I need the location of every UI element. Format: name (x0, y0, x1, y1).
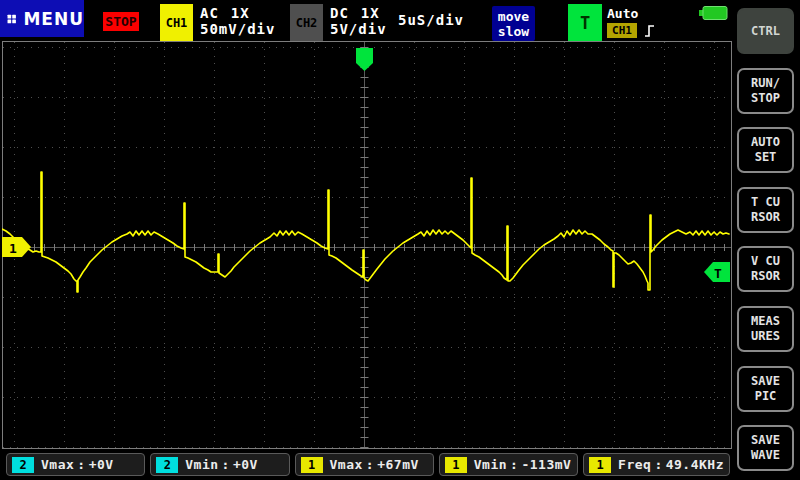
trigger-position-marker[interactable] (356, 48, 373, 71)
measurement-separator: : (366, 457, 374, 472)
measurement-text: Vmin:-113mV (474, 457, 572, 472)
measurement-bar: 2Vmax:+0V2Vmin:+0V1Vmax:+67mV1Vmin:-113m… (6, 453, 730, 476)
channel-badge: 2 (156, 457, 178, 473)
ch1-coupling: AC (200, 5, 219, 21)
trigger-mode-label: Auto (607, 6, 638, 21)
measurement-separator: : (77, 457, 85, 472)
measurement-value: +0V (89, 457, 114, 472)
measurement-label: Vmax (41, 457, 74, 472)
measurement-value: 49.4KHz (666, 457, 724, 472)
ch2-settings[interactable]: DC1X 5V/div (330, 5, 387, 37)
sidebar-button-run-stop[interactable]: RUN/ STOP (737, 68, 794, 114)
ch1-level-marker-label: 1 (9, 241, 17, 256)
ch2-badge[interactable]: CH2 (290, 4, 323, 41)
ch2-scale: 5V/div (330, 21, 387, 37)
top-status-bar: MENU STOP CH1 AC1X 50mV/div CH2 DC1X 5V/… (0, 0, 800, 41)
ch2-attenuation: 1X (361, 5, 380, 21)
measurement-text: Vmax:+0V (41, 457, 114, 472)
measurement-separator: : (654, 457, 662, 472)
trigger-level-marker-label: T (714, 266, 722, 281)
sidebar-button-ctrl[interactable]: CTRL (737, 8, 794, 54)
sidebar-button-save-pic[interactable]: SAVE PIC (737, 366, 794, 412)
sidebar-button-v-cursor[interactable]: V CU RSOR (737, 246, 794, 292)
timebase-label[interactable]: 5uS/div (398, 12, 464, 28)
measurement-separator: : (222, 457, 230, 472)
menu-label: MENU (23, 9, 84, 29)
measurement-label: Vmax (330, 457, 363, 472)
measurement-label: Vmin (474, 457, 507, 472)
measurement-separator: : (510, 457, 518, 472)
trigger-badge[interactable]: T (568, 4, 602, 41)
battery-icon (699, 6, 728, 20)
rising-edge-icon[interactable] (644, 23, 655, 39)
measurement-ch1-freq: 1Freq:49.4KHz (583, 453, 730, 476)
channel-badge: 1 (445, 457, 467, 473)
sidebar-button-auto-set[interactable]: AUTO SET (737, 127, 794, 173)
menu-grid-icon (7, 10, 16, 28)
menu-button[interactable]: MENU (0, 0, 84, 37)
move-speed-button[interactable]: move slow (492, 6, 535, 41)
measurement-label: Freq (618, 457, 651, 472)
waveform-display[interactable]: 1T (2, 41, 732, 449)
ch1-attenuation: 1X (231, 5, 250, 21)
measurement-value: -113mV (521, 457, 571, 472)
ch1-scale: 50mV/div (200, 21, 275, 37)
measurement-text: Vmax:+67mV (330, 457, 419, 472)
sidebar-button-save-wave[interactable]: SAVE WAVE (737, 425, 794, 471)
channel-badge: 2 (12, 457, 34, 473)
measurement-ch1-vmax: 1Vmax:+67mV (295, 453, 434, 476)
measurement-ch1-vmin: 1Vmin:-113mV (439, 453, 578, 476)
measurement-text: Freq:49.4KHz (618, 457, 724, 472)
trigger-source-badge[interactable]: CH1 (607, 23, 637, 38)
channel-badge: 1 (301, 457, 323, 473)
measurement-text: Vmin:+0V (185, 457, 258, 472)
measurement-ch2-vmax: 2Vmax:+0V (6, 453, 145, 476)
move-speed-line2: slow (498, 24, 529, 39)
measurement-value: +0V (233, 457, 258, 472)
ch1-badge[interactable]: CH1 (160, 4, 193, 41)
move-speed-line1: move (498, 9, 529, 24)
measurement-label: Vmin (185, 457, 218, 472)
ch1-waveform-trace (2, 172, 729, 292)
sidebar-button-measures[interactable]: MEAS URES (737, 306, 794, 352)
measurement-ch2-vmin: 2Vmin:+0V (150, 453, 289, 476)
channel-badge: 1 (589, 457, 611, 473)
measurement-value: +67mV (377, 457, 419, 472)
run-state-badge: STOP (103, 12, 139, 31)
sidebar-button-t-cursor[interactable]: T CU RSOR (737, 187, 794, 233)
ch2-coupling: DC (330, 5, 349, 21)
ch1-settings[interactable]: AC1X 50mV/div (200, 5, 275, 37)
